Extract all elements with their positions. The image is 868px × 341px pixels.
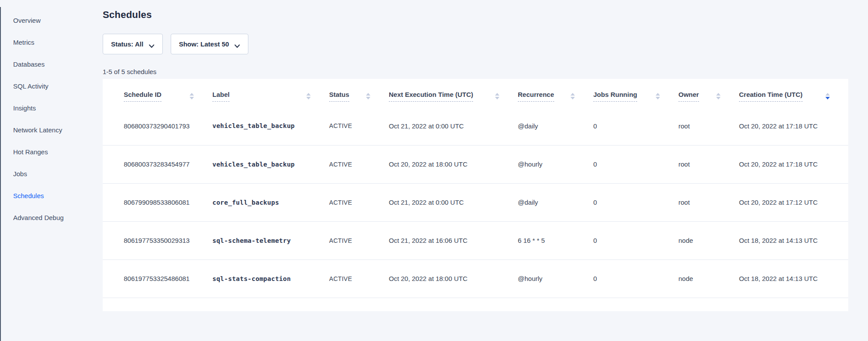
label-cell: vehicles_table_backup: [212, 145, 329, 183]
schedule-id-cell: 806799098533806081: [103, 183, 212, 221]
jobs-running-cell: 0: [593, 107, 678, 145]
schedules-table: Schedule ID Label Stat: [103, 79, 848, 298]
jobs-running-cell: 0: [593, 221, 678, 259]
creation-time-cell: Oct 20, 2022 at 17:18 UTC: [739, 145, 848, 183]
column-header-recurrence[interactable]: Recurrence: [518, 79, 593, 107]
sort-icon[interactable]: [716, 93, 721, 99]
status-filter-label: Status: All: [111, 40, 143, 48]
schedule-id-cell: 806800373290401793: [103, 107, 212, 145]
column-header-jobs-running[interactable]: Jobs Running: [593, 79, 678, 107]
creation-time-cell: Oct 20, 2022 at 17:12 UTC: [739, 183, 848, 221]
sidebar-item-network-latency[interactable]: Network Latency: [0, 119, 82, 141]
owner-cell: root: [678, 183, 739, 221]
page-title: Schedules: [103, 9, 848, 21]
status-cell: ACTIVE: [329, 183, 389, 221]
status-cell: ACTIVE: [329, 107, 389, 145]
column-header-owner[interactable]: Owner: [678, 79, 739, 107]
sort-icon[interactable]: [570, 93, 575, 99]
label-cell: core_full_backups: [212, 183, 329, 221]
sort-icon[interactable]: [495, 93, 499, 99]
show-filter-dropdown[interactable]: Show: Latest 50: [171, 34, 248, 54]
sidebar-nav-list: Overview Metrics Databases SQL Activity …: [0, 9, 82, 228]
sidebar-item-schedules[interactable]: Schedules: [0, 185, 82, 206]
status-cell: ACTIVE: [329, 221, 389, 259]
status-filter-dropdown[interactable]: Status: All: [103, 34, 163, 54]
sidebar-item-overview[interactable]: Overview: [0, 9, 82, 31]
column-header-next-execution-time[interactable]: Next Execution Time (UTC): [389, 79, 518, 107]
show-filter-label: Show: Latest 50: [179, 40, 229, 48]
table-row: 806800373283454977 vehicles_table_backup…: [103, 145, 848, 183]
schedule-id-cell: 806197753325486081: [103, 259, 212, 298]
owner-cell: root: [678, 107, 739, 145]
next-execution-cell: Oct 21, 2022 at 0:00 UTC: [389, 183, 518, 221]
sidebar-item-insights[interactable]: Insights: [0, 97, 82, 119]
recurrence-cell: @daily: [518, 107, 593, 145]
recurrence-cell: @daily: [518, 183, 593, 221]
next-execution-cell: Oct 21, 2022 at 0:00 UTC: [389, 107, 518, 145]
creation-time-cell: Oct 20, 2022 at 17:18 UTC: [739, 107, 848, 145]
next-execution-cell: Oct 21, 2022 at 16:06 UTC: [389, 221, 518, 259]
jobs-running-cell: 0: [593, 183, 678, 221]
filter-bar: Status: All Show: Latest 50: [103, 34, 848, 54]
chevron-down-icon: [234, 42, 240, 46]
schedules-table-card: Schedule ID Label Stat: [103, 79, 848, 311]
jobs-running-cell: 0: [593, 145, 678, 183]
column-header-status[interactable]: Status: [329, 79, 389, 107]
next-execution-cell: Oct 20, 2022 at 18:00 UTC: [389, 259, 518, 298]
sort-icon[interactable]: [366, 93, 370, 99]
sort-icon[interactable]: [656, 93, 660, 99]
sidebar-item-jobs[interactable]: Jobs: [0, 163, 82, 185]
label-cell: sql-stats-compaction: [212, 259, 329, 298]
window-edge: [0, 7, 1, 341]
creation-time-cell: Oct 18, 2022 at 14:13 UTC: [739, 259, 848, 298]
sort-icon-active-desc[interactable]: [825, 93, 830, 99]
owner-cell: node: [678, 221, 739, 259]
recurrence-cell: @hourly: [518, 145, 593, 183]
recurrence-cell: 6 16 * * 5: [518, 221, 593, 259]
sidebar-item-sql-activity[interactable]: SQL Activity: [0, 75, 82, 97]
sidebar: Overview Metrics Databases SQL Activity …: [0, 0, 82, 341]
schedule-id-cell: 806800373283454977: [103, 145, 212, 183]
next-execution-cell: Oct 20, 2022 at 18:00 UTC: [389, 145, 518, 183]
sidebar-item-databases[interactable]: Databases: [0, 53, 82, 75]
sort-icon[interactable]: [190, 93, 194, 99]
sidebar-item-advanced-debug[interactable]: Advanced Debug: [0, 206, 82, 228]
sort-icon[interactable]: [306, 93, 311, 99]
owner-cell: node: [678, 259, 739, 298]
owner-cell: root: [678, 145, 739, 183]
column-header-label[interactable]: Label: [212, 79, 329, 107]
sidebar-item-hot-ranges[interactable]: Hot Ranges: [0, 141, 82, 163]
schedule-id-cell: 806197753350029313: [103, 221, 212, 259]
column-header-schedule-id[interactable]: Schedule ID: [103, 79, 212, 107]
results-summary: 1-5 of 5 schedules: [103, 68, 848, 75]
creation-time-cell: Oct 18, 2022 at 14:13 UTC: [739, 221, 848, 259]
label-cell: vehicles_table_backup: [212, 107, 329, 145]
main-content: Schedules Status: All Show: Latest 50 1-…: [82, 0, 868, 341]
table-row: 806800373290401793 vehicles_table_backup…: [103, 107, 848, 145]
table-row: 806197753350029313 sql-schema-telemetry …: [103, 221, 848, 259]
column-header-creation-time[interactable]: Creation Time (UTC): [739, 79, 848, 107]
label-cell: sql-schema-telemetry: [212, 221, 329, 259]
status-cell: ACTIVE: [329, 259, 389, 298]
schedules-page: Overview Metrics Databases SQL Activity …: [0, 0, 868, 341]
table-header-row: Schedule ID Label Stat: [103, 79, 848, 107]
jobs-running-cell: 0: [593, 259, 678, 298]
status-cell: ACTIVE: [329, 145, 389, 183]
chevron-down-icon: [149, 42, 154, 46]
sidebar-item-metrics[interactable]: Metrics: [0, 31, 82, 53]
table-row: 806799098533806081 core_full_backups ACT…: [103, 183, 848, 221]
table-row: 806197753325486081 sql-stats-compaction …: [103, 259, 848, 298]
recurrence-cell: @hourly: [518, 259, 593, 298]
